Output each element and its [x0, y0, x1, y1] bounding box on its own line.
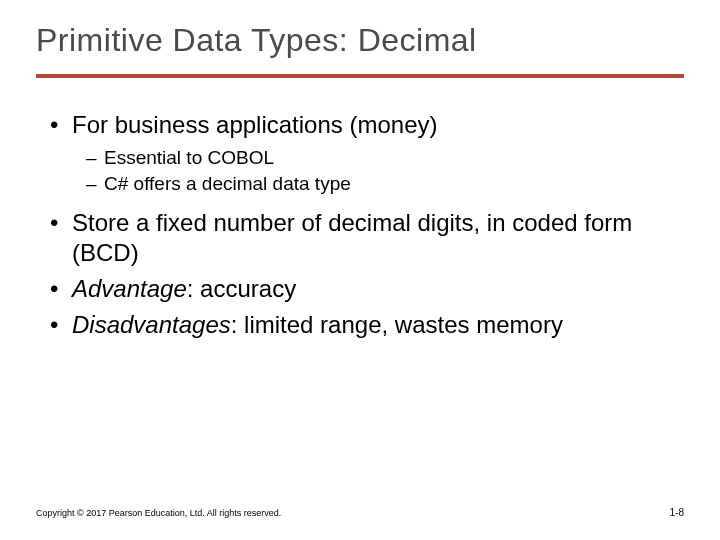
bullet-level1: Advantage: accuracy: [50, 274, 670, 304]
bullet-text: : accuracy: [187, 275, 296, 302]
bullet-level2: C# offers a decimal data type: [50, 172, 670, 196]
bullet-level1: Store a fixed number of decimal digits, …: [50, 208, 670, 268]
page-number: 1-8: [670, 507, 684, 518]
bullet-level1: For business applications (money): [50, 110, 670, 140]
divider: [36, 74, 684, 78]
bullet-level2: Essential to COBOL: [50, 146, 670, 170]
slide: Primitive Data Types: Decimal For busine…: [0, 0, 720, 540]
bullet-text: : limited range, wastes memory: [231, 311, 563, 338]
bullet-text: C# offers a decimal data type: [104, 173, 351, 194]
bullet-emphasis: Advantage: [72, 275, 187, 302]
slide-title: Primitive Data Types: Decimal: [36, 22, 477, 59]
bullet-text: For business applications (money): [72, 111, 438, 138]
bullet-text: Essential to COBOL: [104, 147, 274, 168]
content-area: For business applications (money) Essent…: [50, 110, 670, 346]
bullet-level1: Disadvantages: limited range, wastes mem…: [50, 310, 670, 340]
copyright-text: Copyright © 2017 Pearson Education, Ltd.…: [36, 508, 281, 518]
bullet-emphasis: Disadvantages: [72, 311, 231, 338]
bullet-text: Store a fixed number of decimal digits, …: [72, 209, 632, 266]
